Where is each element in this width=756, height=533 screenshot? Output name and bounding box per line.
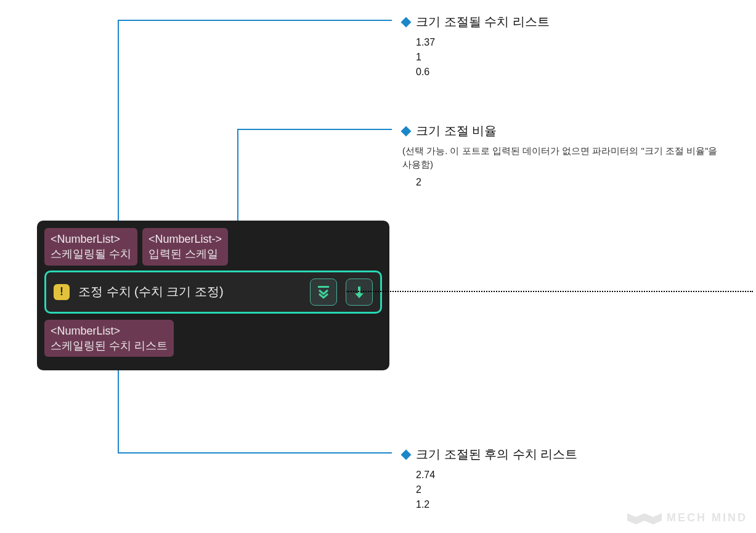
port-label: 스케일링될 수치 — [51, 246, 131, 261]
port-label: 스케일링된 수치 리스트 — [51, 338, 168, 353]
port-type-label: <NumberList> — [51, 232, 131, 246]
logo-icon — [627, 511, 662, 524]
scale-values-node: <NumberList> 스케일링될 수치 <NumberList-> 입력된 … — [37, 221, 389, 370]
svg-marker-6 — [627, 513, 636, 524]
annotation-title: 크기 조절될 수치 리스트 — [416, 14, 550, 30]
expand-down-button[interactable] — [310, 279, 337, 306]
input-port-scale[interactable]: <NumberList-> 입력된 스케일 — [142, 228, 228, 266]
input-ports-row: <NumberList> 스케일링될 수치 <NumberList-> 입력된 … — [44, 228, 382, 266]
annotation-input-list: 크기 조절될 수치 리스트 1.37 1 0.6 — [402, 14, 723, 79]
watermark-text: MECH MIND — [667, 511, 747, 524]
diamond-marker-icon — [401, 17, 412, 27]
divider-dotted — [346, 291, 753, 292]
diamond-marker-icon — [401, 126, 412, 136]
annotation-values: 2 — [416, 175, 723, 190]
annotation-values: 2.74 2 1.2 — [416, 468, 723, 512]
annotation-values: 1.37 1 0.6 — [416, 35, 723, 79]
svg-marker-9 — [653, 513, 662, 524]
svg-marker-7 — [636, 513, 644, 524]
svg-rect-3 — [318, 286, 329, 288]
port-label: 입력된 스케일 — [148, 246, 222, 261]
warning-icon: ! — [54, 284, 70, 300]
input-port-number-list[interactable]: <NumberList> 스케일링될 수치 — [44, 228, 137, 266]
node-title-bar[interactable]: ! 조정 수치 (수치 크기 조정) — [44, 271, 382, 314]
annotation-output-list: 크기 조절된 후의 수치 리스트 2.74 2 1.2 — [402, 446, 723, 512]
node-title: 조정 수치 (수치 크기 조정) — [78, 283, 301, 300]
svg-marker-5 — [355, 293, 364, 298]
double-chevron-down-icon — [316, 285, 331, 299]
output-ports-row: <NumberList> 스케일링된 수치 리스트 — [44, 320, 382, 357]
output-port-scaled-list[interactable]: <NumberList> 스케일링된 수치 리스트 — [44, 320, 174, 357]
annotation-scale: 크기 조절 비율 (선택 가능. 이 포트로 입력된 데이터가 없으면 파라미터… — [402, 123, 723, 190]
port-type-label: <NumberList-> — [148, 232, 222, 246]
svg-marker-8 — [644, 513, 653, 524]
diamond-marker-icon — [401, 449, 412, 460]
annotation-subtitle: (선택 가능. 이 포트로 입력된 데이터가 없으면 파라미터의 "크기 조절 … — [402, 144, 723, 171]
annotation-title: 크기 조절된 후의 수치 리스트 — [416, 446, 577, 463]
annotation-title: 크기 조절 비율 — [416, 123, 497, 139]
watermark: MECH MIND — [627, 511, 747, 524]
port-type-label: <NumberList> — [51, 323, 168, 338]
